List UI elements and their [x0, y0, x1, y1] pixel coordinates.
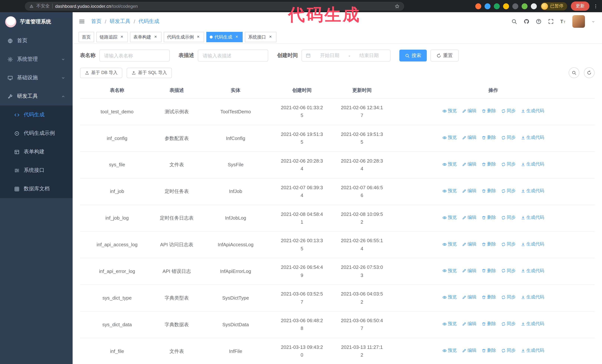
action-preview[interactable]: 预览 — [442, 214, 457, 221]
action-generate[interactable]: 生成代码 — [521, 347, 544, 354]
action-preview[interactable]: 预览 — [442, 347, 457, 354]
font-size-icon[interactable]: TT — [560, 19, 566, 24]
action-preview[interactable]: 预览 — [442, 267, 457, 275]
import-db-button[interactable]: 基于 DB 导入 — [80, 68, 122, 78]
action-sync[interactable]: 同步 — [501, 267, 516, 275]
action-preview[interactable]: 预览 — [442, 294, 457, 301]
action-preview[interactable]: 预览 — [442, 108, 457, 115]
action-sync[interactable]: 同步 — [501, 294, 516, 301]
sidebar-item-codegen-example[interactable]: 代码生成示例 — [0, 124, 73, 143]
tab-form-build[interactable]: 表单构建× — [130, 32, 161, 42]
tab-home[interactable]: 首页 — [78, 32, 94, 42]
action-generate[interactable]: 生成代码 — [521, 240, 544, 248]
table-name-input[interactable] — [99, 50, 170, 62]
action-delete[interactable]: 删除 — [482, 161, 496, 168]
action-generate[interactable]: 生成代码 — [521, 267, 544, 275]
action-preview[interactable]: 预览 — [442, 187, 457, 195]
puzzle-extension-icon[interactable] — [531, 3, 537, 9]
action-sync[interactable]: 同步 — [501, 108, 516, 115]
reset-button[interactable]: 重置 — [430, 50, 459, 62]
action-edit[interactable]: 编辑 — [462, 161, 476, 168]
action-delete[interactable]: 删除 — [482, 347, 496, 354]
toggle-search-button[interactable] — [569, 67, 580, 78]
action-delete[interactable]: 删除 — [482, 214, 496, 221]
breadcrumb-devtools[interactable]: 研发工具 — [110, 18, 130, 25]
action-sync[interactable]: 同步 — [501, 134, 516, 141]
orange-extension-icon[interactable] — [475, 3, 481, 9]
action-edit[interactable]: 编辑 — [462, 267, 476, 275]
action-edit[interactable]: 编辑 — [462, 294, 476, 301]
action-generate[interactable]: 生成代码 — [521, 161, 544, 168]
action-delete[interactable]: 删除 — [482, 321, 496, 328]
sidebar-item-form-build[interactable]: 表单构建 — [0, 143, 73, 161]
profile-chip[interactable]: 已暂停 — [540, 2, 567, 10]
tab-tracer[interactable]: 链路追踪× — [96, 32, 128, 42]
github-icon[interactable] — [524, 19, 529, 24]
action-delete[interactable]: 删除 — [482, 267, 496, 275]
import-sql-button[interactable]: 基于 SQL 导入 — [127, 68, 172, 78]
action-generate[interactable]: 生成代码 — [521, 321, 544, 328]
browser-menu-icon[interactable] — [593, 3, 598, 9]
tab-codegen[interactable]: 代码生成× — [206, 32, 243, 42]
sidebar-toggle-icon[interactable] — [78, 18, 85, 25]
sidebar-item-devtools[interactable]: 研发工具 — [0, 87, 73, 105]
action-edit[interactable]: 编辑 — [462, 187, 476, 195]
sidebar-item-codegen[interactable]: 代码生成 — [0, 105, 73, 124]
action-delete[interactable]: 删除 — [482, 187, 496, 195]
user-avatar[interactable] — [572, 15, 585, 28]
action-generate[interactable]: 生成代码 — [521, 134, 544, 141]
close-icon[interactable]: × — [196, 34, 201, 40]
close-icon[interactable]: × — [153, 34, 158, 40]
refresh-table-button[interactable] — [584, 67, 595, 78]
action-generate[interactable]: 生成代码 — [521, 214, 544, 221]
sidebar-item-api-doc[interactable]: 系统接口 — [0, 161, 73, 180]
action-sync[interactable]: 同步 — [501, 187, 516, 195]
gray-extension-icon[interactable] — [512, 3, 518, 9]
caret-down-icon[interactable] — [591, 20, 595, 23]
action-sync[interactable]: 同步 — [501, 347, 516, 354]
search-button[interactable]: 搜索 — [399, 50, 427, 62]
fullscreen-icon[interactable] — [548, 19, 554, 24]
yellow-extension-icon[interactable] — [503, 3, 509, 9]
url-bar[interactable]: 不安全 dashboard.yudao.iocoder.cn/tool/code… — [25, 2, 404, 10]
action-edit[interactable]: 编辑 — [462, 321, 476, 328]
create-time-range-picker[interactable]: 开始日期 - 结束日期 — [301, 50, 390, 62]
action-delete[interactable]: 删除 — [482, 294, 496, 301]
action-delete[interactable]: 删除 — [482, 108, 496, 115]
action-preview[interactable]: 预览 — [442, 161, 457, 168]
action-sync[interactable]: 同步 — [501, 161, 516, 168]
action-sync[interactable]: 同步 — [501, 240, 516, 248]
close-icon[interactable]: × — [268, 34, 273, 40]
green-check-extension-icon[interactable] — [494, 3, 500, 9]
bookmark-star-icon[interactable] — [395, 3, 400, 9]
action-generate[interactable]: 生成代码 — [521, 187, 544, 195]
table-desc-input[interactable] — [198, 50, 268, 62]
app-logo[interactable]: 芋道管理系统 — [0, 12, 73, 31]
close-icon[interactable]: × — [119, 34, 124, 40]
sidebar-item-infra[interactable]: 基础设施 — [0, 69, 73, 87]
action-delete[interactable]: 删除 — [482, 240, 496, 248]
action-delete[interactable]: 删除 — [482, 134, 496, 141]
blue-extension-icon[interactable] — [484, 3, 491, 9]
help-icon[interactable] — [536, 19, 542, 24]
action-generate[interactable]: 生成代码 — [521, 294, 544, 301]
action-sync[interactable]: 同步 — [501, 214, 516, 221]
close-icon[interactable]: × — [234, 34, 239, 40]
sidebar-item-system[interactable]: 系统管理 — [0, 50, 73, 69]
action-preview[interactable]: 预览 — [442, 240, 457, 248]
tab-codegen-example[interactable]: 代码生成示例× — [164, 32, 204, 42]
sidebar-item-home[interactable]: 首页 — [0, 31, 73, 50]
breadcrumb-home[interactable]: 首页 — [91, 18, 101, 25]
sidebar-item-db-doc[interactable]: 数据库文档 — [0, 180, 73, 198]
action-edit[interactable]: 编辑 — [462, 108, 476, 115]
update-button[interactable]: 更新 — [571, 1, 589, 11]
action-edit[interactable]: 编辑 — [462, 214, 476, 221]
action-preview[interactable]: 预览 — [442, 134, 457, 141]
search-icon[interactable] — [511, 19, 517, 24]
tab-api-doc[interactable]: 系统接口× — [245, 32, 276, 42]
leaf-extension-icon[interactable] — [522, 3, 527, 9]
action-preview[interactable]: 预览 — [442, 321, 457, 328]
action-edit[interactable]: 编辑 — [462, 347, 476, 354]
action-generate[interactable]: 生成代码 — [521, 108, 544, 115]
action-sync[interactable]: 同步 — [501, 321, 516, 328]
